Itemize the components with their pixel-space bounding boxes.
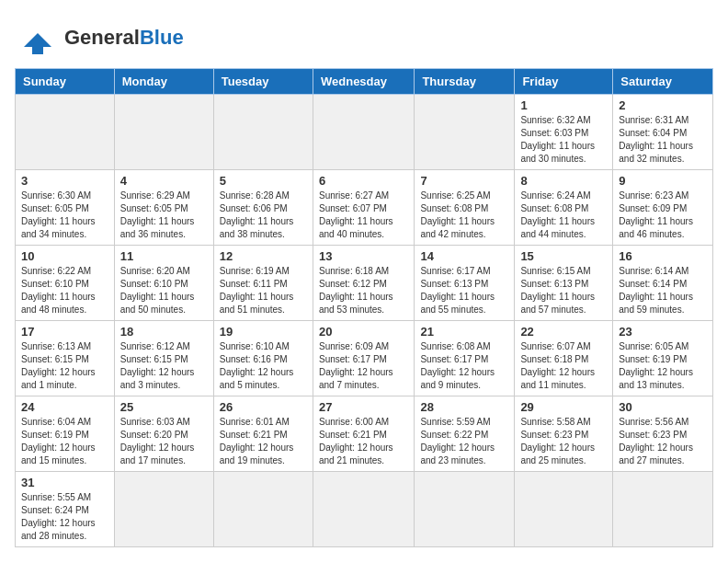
calendar-week-1: 1Sunrise: 6:32 AM Sunset: 6:03 PM Daylig… — [16, 95, 713, 170]
calendar-cell: 31Sunrise: 5:55 AM Sunset: 6:24 PM Dayli… — [16, 472, 115, 547]
day-number: 8 — [520, 174, 607, 188]
calendar-cell: 4Sunrise: 6:29 AM Sunset: 6:05 PM Daylig… — [114, 170, 213, 246]
col-header-friday: Friday — [515, 69, 613, 95]
day-number: 12 — [220, 249, 307, 263]
day-info: Sunrise: 5:59 AM Sunset: 6:22 PM Dayligh… — [420, 416, 508, 467]
day-number: 24 — [21, 400, 108, 414]
calendar-cell — [415, 472, 515, 547]
day-number: 20 — [319, 325, 408, 339]
day-info: Sunrise: 5:56 AM Sunset: 6:23 PM Dayligh… — [619, 416, 707, 467]
day-info: Sunrise: 6:15 AM Sunset: 6:13 PM Dayligh… — [520, 265, 607, 316]
day-number: 5 — [220, 174, 307, 188]
calendar-week-5: 24Sunrise: 6:04 AM Sunset: 6:19 PM Dayli… — [16, 396, 713, 472]
day-info: Sunrise: 6:32 AM Sunset: 6:03 PM Dayligh… — [520, 114, 607, 166]
calendar-cell — [515, 472, 613, 547]
day-number: 23 — [619, 325, 707, 339]
day-number: 31 — [21, 476, 108, 489]
day-info: Sunrise: 6:17 AM Sunset: 6:13 PM Dayligh… — [420, 265, 508, 316]
calendar-cell — [114, 95, 213, 170]
day-info: Sunrise: 5:55 AM Sunset: 6:24 PM Dayligh… — [21, 491, 108, 543]
day-info: Sunrise: 6:08 AM Sunset: 6:17 PM Dayligh… — [420, 340, 508, 392]
day-info: Sunrise: 6:05 AM Sunset: 6:19 PM Dayligh… — [619, 340, 707, 392]
calendar-cell: 13Sunrise: 6:18 AM Sunset: 6:12 PM Dayli… — [313, 246, 414, 321]
col-header-sunday: Sunday — [16, 69, 115, 95]
calendar-cell: 23Sunrise: 6:05 AM Sunset: 6:19 PM Dayli… — [613, 321, 713, 396]
day-info: Sunrise: 6:23 AM Sunset: 6:09 PM Dayligh… — [619, 190, 707, 241]
day-number: 18 — [120, 325, 208, 339]
day-info: Sunrise: 6:29 AM Sunset: 6:05 PM Dayligh… — [120, 190, 208, 241]
day-number: 30 — [619, 400, 707, 414]
day-info: Sunrise: 6:30 AM Sunset: 6:05 PM Dayligh… — [21, 190, 108, 241]
col-header-wednesday: Wednesday — [313, 69, 414, 95]
calendar-cell: 11Sunrise: 6:20 AM Sunset: 6:10 PM Dayli… — [114, 246, 213, 321]
calendar-table: SundayMondayTuesdayWednesdayThursdayFrid… — [15, 68, 713, 547]
day-number: 25 — [120, 400, 208, 414]
calendar-cell — [613, 472, 713, 547]
svg-rect-2 — [35, 42, 40, 47]
calendar-cell: 24Sunrise: 6:04 AM Sunset: 6:19 PM Dayli… — [16, 396, 115, 472]
calendar-week-6: 31Sunrise: 5:55 AM Sunset: 6:24 PM Dayli… — [16, 472, 713, 547]
calendar-cell — [415, 95, 515, 170]
day-number: 6 — [319, 174, 408, 188]
calendar-cell — [313, 95, 414, 170]
calendar-cell: 27Sunrise: 6:00 AM Sunset: 6:21 PM Dayli… — [313, 396, 414, 472]
day-number: 2 — [619, 98, 707, 112]
day-number: 11 — [120, 249, 208, 263]
calendar-cell: 7Sunrise: 6:25 AM Sunset: 6:08 PM Daylig… — [415, 170, 515, 246]
day-number: 22 — [520, 325, 607, 339]
day-number: 4 — [120, 174, 208, 188]
calendar-cell: 12Sunrise: 6:19 AM Sunset: 6:11 PM Dayli… — [213, 246, 313, 321]
day-number: 26 — [220, 400, 307, 414]
calendar-cell: 1Sunrise: 6:32 AM Sunset: 6:03 PM Daylig… — [515, 95, 613, 170]
day-info: Sunrise: 6:07 AM Sunset: 6:18 PM Dayligh… — [520, 340, 607, 392]
day-info: Sunrise: 6:20 AM Sunset: 6:10 PM Dayligh… — [120, 265, 208, 316]
day-info: Sunrise: 5:58 AM Sunset: 6:23 PM Dayligh… — [520, 416, 607, 467]
day-info: Sunrise: 6:01 AM Sunset: 6:21 PM Dayligh… — [220, 416, 307, 467]
day-number: 10 — [21, 249, 108, 263]
calendar-cell: 17Sunrise: 6:13 AM Sunset: 6:15 PM Dayli… — [16, 321, 115, 396]
day-number: 19 — [220, 325, 307, 339]
svg-rect-1 — [32, 47, 43, 54]
day-number: 9 — [619, 174, 707, 188]
generalblue-logo-icon — [15, 15, 61, 61]
calendar-cell: 18Sunrise: 6:12 AM Sunset: 6:15 PM Dayli… — [114, 321, 213, 396]
calendar-cell: 19Sunrise: 6:10 AM Sunset: 6:16 PM Dayli… — [213, 321, 313, 396]
calendar-cell: 15Sunrise: 6:15 AM Sunset: 6:13 PM Dayli… — [515, 246, 613, 321]
calendar-cell: 6Sunrise: 6:27 AM Sunset: 6:07 PM Daylig… — [313, 170, 414, 246]
calendar-cell — [213, 95, 313, 170]
day-info: Sunrise: 6:19 AM Sunset: 6:11 PM Dayligh… — [220, 265, 307, 316]
logo-text: GeneralBlue — [64, 27, 184, 49]
day-number: 15 — [520, 249, 607, 263]
day-info: Sunrise: 6:10 AM Sunset: 6:16 PM Dayligh… — [220, 340, 307, 392]
calendar-cell: 21Sunrise: 6:08 AM Sunset: 6:17 PM Dayli… — [415, 321, 515, 396]
calendar-cell: 10Sunrise: 6:22 AM Sunset: 6:10 PM Dayli… — [16, 246, 115, 321]
calendar-cell: 28Sunrise: 5:59 AM Sunset: 6:22 PM Dayli… — [415, 396, 515, 472]
day-number: 28 — [420, 400, 508, 414]
calendar-cell: 26Sunrise: 6:01 AM Sunset: 6:21 PM Dayli… — [213, 396, 313, 472]
calendar-cell: 5Sunrise: 6:28 AM Sunset: 6:06 PM Daylig… — [213, 170, 313, 246]
col-header-tuesday: Tuesday — [213, 69, 313, 95]
day-info: Sunrise: 6:27 AM Sunset: 6:07 PM Dayligh… — [319, 190, 408, 241]
calendar-cell — [16, 95, 115, 170]
calendar-cell: 22Sunrise: 6:07 AM Sunset: 6:18 PM Dayli… — [515, 321, 613, 396]
day-info: Sunrise: 6:12 AM Sunset: 6:15 PM Dayligh… — [120, 340, 208, 392]
header: GeneralBlue — [15, 15, 713, 61]
day-info: Sunrise: 6:18 AM Sunset: 6:12 PM Dayligh… — [319, 265, 408, 316]
day-info: Sunrise: 6:13 AM Sunset: 6:15 PM Dayligh… — [21, 340, 108, 392]
calendar-cell: 9Sunrise: 6:23 AM Sunset: 6:09 PM Daylig… — [613, 170, 713, 246]
day-info: Sunrise: 6:14 AM Sunset: 6:14 PM Dayligh… — [619, 265, 707, 316]
day-info: Sunrise: 6:00 AM Sunset: 6:21 PM Dayligh… — [319, 416, 408, 467]
day-number: 29 — [520, 400, 607, 414]
day-number: 3 — [21, 174, 108, 188]
day-number: 1 — [520, 98, 607, 112]
calendar-week-2: 3Sunrise: 6:30 AM Sunset: 6:05 PM Daylig… — [16, 170, 713, 246]
calendar-cell: 20Sunrise: 6:09 AM Sunset: 6:17 PM Dayli… — [313, 321, 414, 396]
day-info: Sunrise: 6:25 AM Sunset: 6:08 PM Dayligh… — [420, 190, 508, 241]
day-number: 13 — [319, 249, 408, 263]
col-header-thursday: Thursday — [415, 69, 515, 95]
day-number: 16 — [619, 249, 707, 263]
calendar-cell: 25Sunrise: 6:03 AM Sunset: 6:20 PM Dayli… — [114, 396, 213, 472]
day-info: Sunrise: 6:31 AM Sunset: 6:04 PM Dayligh… — [619, 114, 707, 166]
day-number: 27 — [319, 400, 408, 414]
day-number: 14 — [420, 249, 508, 263]
